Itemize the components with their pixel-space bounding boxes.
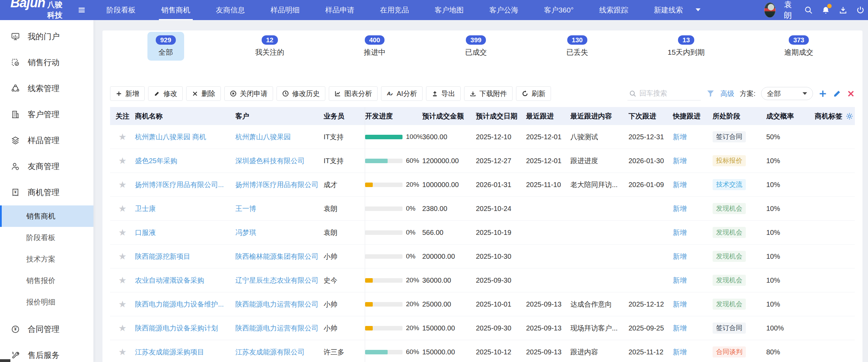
toolbar-button[interactable]: 修改历史 (277, 86, 325, 101)
sidebar-subitem[interactable]: 技术方案 (0, 248, 93, 270)
table-row[interactable]: ★陕西电力能源电力设备维护...陕西能源电力运营有限公司小帅20%25000.0… (110, 292, 855, 316)
plan-select[interactable]: 全部 (761, 87, 813, 100)
filter-icon[interactable] (706, 89, 715, 98)
quick-follow-link[interactable]: 新增 (673, 253, 687, 260)
star-icon[interactable]: ★ (118, 228, 126, 237)
hamburger-menu-icon[interactable] (77, 6, 86, 15)
customer-name[interactable]: 王一博 (235, 205, 256, 212)
advanced-search-link[interactable]: 高级 (720, 89, 734, 98)
star-icon[interactable]: ★ (118, 156, 126, 166)
sidebar-item[interactable]: 友商管理 (0, 153, 93, 179)
scrollbar-corner[interactable] (0, 359, 10, 362)
table-row[interactable]: ★盛色25年采购深圳盛色科技有限公司IT支持60%1200000.002025-… (110, 149, 855, 173)
sidebar-item[interactable]: ¥合同管理 (0, 316, 93, 342)
quick-follow-link[interactable]: 新增 (673, 181, 687, 188)
star-icon[interactable]: ★ (118, 180, 126, 189)
plan-edit-icon[interactable] (833, 89, 841, 98)
opportunity-name[interactable]: 杭州萧山八骏果园 商机 (135, 133, 206, 141)
opportunity-name[interactable]: 陕西电力能源电力设备维护... (135, 300, 224, 308)
toolbar-button[interactable]: 删除 (186, 86, 221, 101)
star-icon[interactable]: ★ (118, 204, 126, 213)
sidebar-item[interactable]: 我的门户 (0, 24, 93, 50)
sidebar-subitem[interactable]: 阶段看板 (0, 227, 93, 248)
star-icon[interactable]: ★ (118, 347, 126, 357)
brand-logo[interactable]: Bajun 八骏科技 Anyone,Anytime,Anywhere! (0, 0, 67, 24)
quick-follow-link[interactable]: 新增 (673, 229, 687, 236)
nav-tab[interactable]: 销售商机 (148, 0, 203, 20)
download-icon[interactable] (839, 6, 848, 15)
table-row[interactable]: ★陕西能源挖新项目陕西榆林能源集团有限公司小帅0%200000.002025-1… (110, 245, 855, 268)
table-row[interactable]: ★扬州博洋医疗用品有限公司...扬州博洋医疗用品有限公司成才20%1000000… (110, 173, 855, 197)
column-settings-gear-icon[interactable] (846, 112, 853, 120)
opportunity-name[interactable]: 陕西能源电力设备采购计划 (135, 324, 218, 332)
customer-name[interactable]: 陕西榆林能源集团有限公司 (235, 253, 318, 260)
plan-add-icon[interactable] (819, 89, 827, 98)
customer-name[interactable]: 陕西能源电力运营有限公司 (235, 300, 318, 308)
quick-follow-link[interactable]: 新增 (673, 205, 687, 212)
customer-name[interactable]: 辽宁星辰生态农业有限公司 (235, 276, 318, 284)
opportunity-name[interactable]: 农业自动灌溉设备采购 (135, 276, 204, 284)
user-avatar[interactable] (764, 2, 776, 18)
quick-follow-link[interactable]: 新增 (673, 348, 687, 356)
star-icon[interactable]: ★ (118, 252, 126, 261)
plan-delete-icon[interactable] (847, 90, 855, 98)
customer-name[interactable]: 扬州博洋医疗用品有限公司 (235, 181, 318, 188)
stat-item[interactable]: 130已丢失 (558, 32, 596, 61)
toolbar-button[interactable]: 新增 (110, 86, 145, 101)
table-row[interactable]: ★杭州萧山八骏果园 商机杭州萧山八骏果园IT支持100%3600.002025-… (110, 125, 855, 149)
customer-name[interactable]: 陕西能源电力运营有限公司 (235, 324, 318, 332)
nav-tab[interactable]: 友商信息 (203, 0, 258, 20)
table-row[interactable]: ★陕西能源电力设备采购计划陕西能源电力运营有限公司小帅20%150000.002… (110, 316, 855, 340)
quick-follow-link[interactable]: 新增 (673, 157, 687, 165)
table-row[interactable]: ★农业自动灌溉设备采购辽宁星辰生态农业有限公司史今20%36000.002025… (110, 268, 855, 292)
sidebar-item[interactable]: 线索管理 (0, 76, 93, 101)
nav-tab[interactable]: 客户公海 (477, 0, 531, 20)
stat-item[interactable]: 929全部 (147, 32, 184, 61)
opportunity-name[interactable]: 江苏友成能源采购项目 (135, 348, 204, 356)
sidebar-item[interactable]: ¥商机管理 (0, 179, 93, 205)
sidebar-subitem[interactable]: 销售商机 (0, 205, 93, 227)
toolbar-button[interactable]: AAI分析 (381, 86, 423, 101)
sidebar-item[interactable]: 售后服务 (0, 342, 93, 362)
bell-icon[interactable] (821, 6, 830, 15)
customer-name[interactable]: 江苏友成能源有限公司 (235, 348, 305, 356)
power-icon[interactable] (856, 6, 865, 15)
stat-item[interactable]: 399已成交 (457, 32, 495, 61)
sidebar-subitem[interactable]: 报价明细 (0, 291, 93, 313)
star-icon[interactable]: ★ (118, 276, 126, 285)
opportunity-name[interactable]: 盛色25年采购 (135, 157, 177, 165)
nav-tab[interactable]: 样品申请 (313, 0, 367, 20)
quick-follow-link[interactable]: 新增 (673, 300, 687, 308)
nav-tab[interactable]: 新建线索 (641, 0, 696, 20)
nav-tab[interactable]: 阶段看板 (94, 0, 148, 20)
nav-tab[interactable]: 客户360° (531, 0, 586, 20)
customer-name[interactable]: 杭州萧山八骏果园 (235, 133, 291, 141)
stat-item[interactable]: 373逾期成交 (776, 32, 822, 61)
table-row[interactable]: ★卫士康王一博袁朗0%2380.002025-10-24新增发现机会10% (110, 197, 855, 221)
nav-tab[interactable]: 样品明细 (258, 0, 313, 20)
toolbar-button[interactable]: 图表分析 (329, 86, 378, 101)
stat-item[interactable]: 400推进中 (355, 32, 394, 61)
customer-name[interactable]: 深圳盛色科技有限公司 (235, 157, 305, 165)
star-icon[interactable]: ★ (118, 324, 126, 333)
opportunity-name[interactable]: 卫士康 (135, 205, 156, 212)
opportunity-name[interactable]: 扬州博洋医疗用品有限公司... (135, 181, 224, 188)
toolbar-button[interactable]: 关闭申请 (224, 86, 273, 101)
toolbar-button[interactable]: 下载附件 (464, 86, 513, 101)
opportunity-name[interactable]: 陕西能源挖新项目 (135, 253, 190, 260)
search-input[interactable] (639, 89, 695, 97)
toolbar-button[interactable]: 修改 (148, 86, 183, 101)
quick-follow-link[interactable]: 新增 (673, 276, 687, 284)
nav-tab[interactable]: 在用竞品 (367, 0, 422, 20)
sidebar-item[interactable]: 样品管理 (0, 127, 93, 153)
stat-item[interactable]: 12我关注的 (247, 32, 292, 61)
stat-item[interactable]: 1315天内到期 (659, 32, 713, 61)
toolbar-button[interactable]: 刷新 (516, 86, 551, 101)
customer-name[interactable]: 冯梦琪 (235, 229, 256, 236)
nav-tab[interactable]: 客户地图 (422, 0, 477, 20)
quick-follow-link[interactable]: 新增 (673, 133, 687, 141)
quick-follow-link[interactable]: 新增 (673, 324, 687, 332)
toolbar-button[interactable]: 导出 (426, 86, 461, 101)
star-icon[interactable]: ★ (118, 300, 126, 309)
username-label[interactable]: 袁朗 (784, 0, 796, 21)
